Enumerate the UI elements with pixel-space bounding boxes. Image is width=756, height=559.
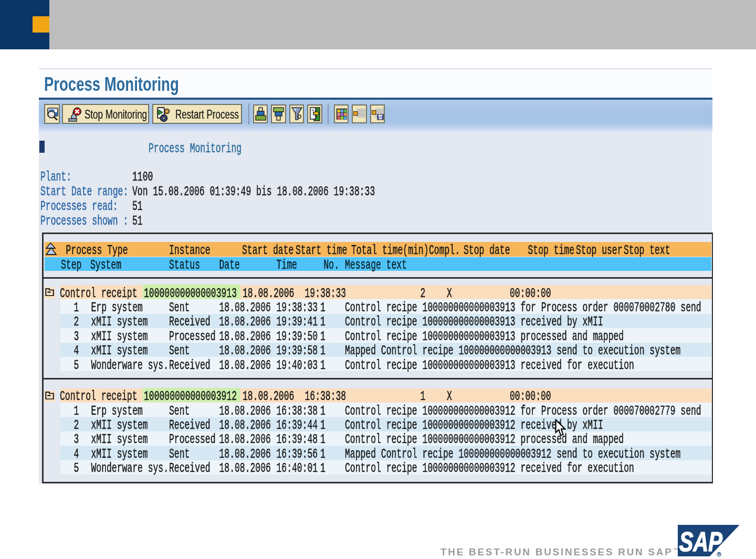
svg-text:R: R bbox=[718, 552, 721, 556]
svg-text:SAP: SAP bbox=[679, 526, 723, 556]
